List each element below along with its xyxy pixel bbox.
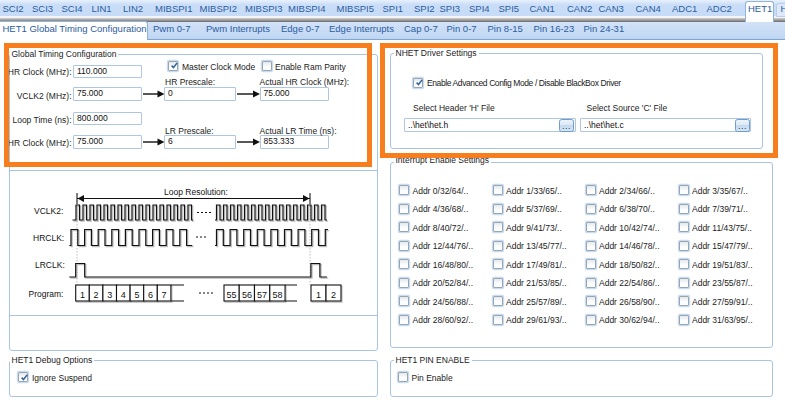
svg-text:Loop Resolution:: Loop Resolution: [164,187,228,197]
svg-text:7: 7 [162,290,167,300]
svg-text:2: 2 [94,290,99,300]
svg-text:HRCLK:: HRCLK: [33,233,64,243]
svg-text:55: 55 [227,290,237,300]
svg-text:3: 3 [107,290,112,300]
svg-text:5: 5 [134,290,139,300]
svg-text:LRCLK:: LRCLK: [35,260,65,270]
svg-text:58: 58 [272,290,282,300]
svg-text:57: 57 [257,290,267,300]
svg-text:56: 56 [242,290,252,300]
svg-text:VCLK2:: VCLK2: [34,206,63,216]
svg-text:4: 4 [121,290,126,300]
svg-text:1: 1 [316,290,321,300]
svg-text:1: 1 [80,290,85,300]
svg-text:2: 2 [331,290,336,300]
svg-text:Program:: Program: [29,289,64,299]
svg-text:6: 6 [148,290,153,300]
